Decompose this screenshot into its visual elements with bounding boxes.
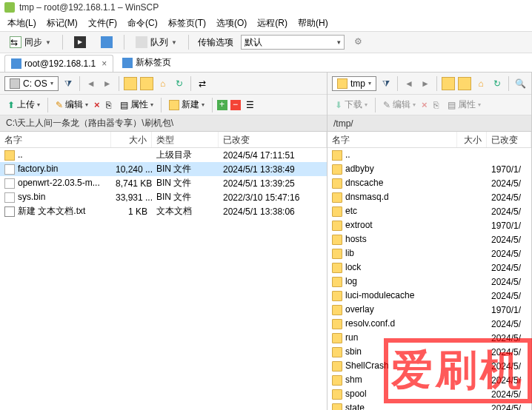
invert-icon[interactable]: ☰	[244, 98, 257, 112]
home-icon[interactable]: ⌂	[474, 77, 488, 90]
delete-button[interactable]: ×	[422, 99, 428, 110]
table-row[interactable]: 新建 文本文档.txt1 KB文本文档2024/5/1 13:38:06	[0, 204, 327, 218]
table-row[interactable]: log2024/5/	[327, 275, 531, 289]
table-row[interactable]: extroot1970/1/	[327, 218, 531, 232]
table-row[interactable]: overlay1970/1/	[327, 303, 531, 317]
table-row[interactable]: run2024/5/	[327, 331, 531, 345]
properties-button[interactable]: ▤ 属性 ▾	[445, 97, 484, 112]
menu-options[interactable]: 选项(O)	[212, 16, 251, 31]
properties-button[interactable]: ▤ 属性 ▾	[117, 97, 156, 112]
remote-path[interactable]: /tmp/	[327, 115, 531, 132]
local-path[interactable]: C:\天上人间一条龙（路由器专享）\刷机包\	[0, 115, 327, 132]
table-row[interactable]: adbyby1970/1/	[327, 162, 531, 176]
remote-actionbar: ⬇ 下载 ▾ ✎ 编辑 ▾ × ⎘ ▤ 属性 ▾	[327, 95, 531, 115]
filter-icon[interactable]: ⧩	[61, 77, 75, 90]
deselect-all-icon[interactable]: −	[230, 100, 241, 110]
root-folder-icon[interactable]	[458, 77, 471, 90]
menu-file[interactable]: 文件(F)	[84, 16, 122, 31]
table-row[interactable]: ShellCrash2024/5/	[327, 359, 531, 373]
chevron-down-icon: ▾	[365, 101, 368, 108]
settings-button[interactable]: ⚙	[349, 34, 371, 50]
remote-drivebar: tmp ▾ ⧩ ◄ ► ⌂ ↻ 🔍	[327, 73, 531, 95]
col-type[interactable]: 类型	[152, 132, 219, 147]
compare-button[interactable]	[96, 34, 118, 50]
tab-session[interactable]: root@192.168.1.1 ×	[4, 55, 113, 72]
col-size[interactable]: 大小	[457, 132, 487, 147]
console-button[interactable]: ▸	[69, 34, 91, 50]
table-row[interactable]: lib2024/5/	[327, 246, 531, 261]
remote-dir-label: tmp	[350, 78, 365, 89]
transfer-preset-combo[interactable]: 默认 ▾	[241, 35, 345, 50]
parent-folder-icon[interactable]	[124, 77, 137, 90]
table-row[interactable]: spool2024/5/	[327, 387, 531, 401]
menu-command[interactable]: 命令(C)	[123, 16, 162, 31]
tab-new[interactable]: 新标签页	[116, 53, 177, 72]
folder-icon	[332, 277, 342, 287]
edit-button[interactable]: ✎ 编辑 ▾	[53, 97, 91, 112]
parent-folder-icon[interactable]	[442, 77, 455, 90]
menu-local[interactable]: 本地(L)	[3, 16, 41, 31]
col-changed[interactable]: 已改变	[219, 132, 327, 147]
table-row[interactable]: etc2024/5/	[327, 204, 531, 218]
table-row[interactable]: luci-modulecache2024/5/	[327, 289, 531, 303]
menu-mark[interactable]: 标记(M)	[42, 16, 82, 31]
col-changed[interactable]: 已改变	[487, 132, 531, 147]
col-size[interactable]: 大小	[111, 132, 152, 147]
table-row[interactable]: lock2024/5/	[327, 261, 531, 275]
table-row[interactable]: ..	[327, 148, 531, 162]
table-row[interactable]: ..上级目录2024/5/4 17:11:51	[0, 148, 327, 162]
table-row[interactable]: sbin2024/5/	[327, 345, 531, 359]
refresh-icon[interactable]: ↻	[173, 77, 186, 90]
queue-button[interactable]: 队列 ▼	[130, 34, 182, 51]
refresh-icon[interactable]: ↻	[491, 77, 504, 90]
table-row[interactable]: dnsmasq.d2024/5/	[327, 190, 531, 204]
separator	[79, 76, 80, 91]
new-button[interactable]: 新建 ▾	[166, 97, 207, 112]
local-drive-combo[interactable]: C: OS ▾	[4, 76, 59, 91]
table-row[interactable]: dnscache2024/5/	[327, 176, 531, 190]
local-drive-label: C: OS	[23, 78, 47, 89]
file-icon	[4, 164, 15, 175]
select-all-icon[interactable]: +	[217, 100, 227, 110]
table-row[interactable]: shm2024/5/	[327, 373, 531, 387]
chevron-down-icon: ▼	[45, 39, 51, 46]
table-row[interactable]: resolv.conf.d2024/5/	[327, 317, 531, 331]
remote-dir-combo[interactable]: tmp ▾	[332, 76, 376, 91]
table-row[interactable]: hosts2024/5/	[327, 232, 531, 246]
misc-button[interactable]: ⎘	[430, 98, 442, 112]
col-name[interactable]: 名字	[327, 132, 457, 147]
misc-button[interactable]: ⎘	[103, 98, 114, 112]
local-drivebar: C: OS ▾ ⧩ ◄ ► ⌂ ↻ ⇄	[0, 73, 327, 95]
drive-icon	[10, 78, 20, 89]
upload-button[interactable]: ⬆ 上传 ▾	[4, 97, 43, 112]
separator	[190, 76, 191, 91]
find-icon[interactable]: 🔍	[513, 77, 527, 90]
menu-help[interactable]: 帮助(H)	[293, 16, 333, 31]
home-icon[interactable]: ⌂	[156, 77, 170, 90]
file-icon	[4, 192, 15, 203]
root-folder-icon[interactable]	[140, 77, 153, 90]
forward-icon[interactable]: ►	[101, 77, 114, 90]
local-filelist[interactable]: ..上级目录2024/5/4 17:11:51factory.bin10,240…	[0, 148, 327, 410]
remote-filelist[interactable]: ..adbyby1970/1/dnscache2024/5/dnsmasq.d2…	[327, 148, 531, 410]
sync-browse-icon[interactable]: ⇄	[196, 77, 209, 90]
delete-button[interactable]: ×	[94, 99, 100, 110]
close-icon[interactable]: ×	[102, 58, 107, 69]
table-row[interactable]: state2024/5/	[327, 401, 531, 410]
forward-icon[interactable]: ►	[419, 77, 432, 90]
new-tab-icon	[122, 58, 133, 68]
back-icon[interactable]: ◄	[402, 77, 416, 90]
menu-remote[interactable]: 远程(R)	[253, 16, 292, 31]
back-icon[interactable]: ◄	[84, 77, 98, 90]
edit-label: 编辑	[65, 98, 83, 111]
table-row[interactable]: factory.bin10,240 ...BIN 文件2024/5/1 13:3…	[0, 162, 327, 176]
sync-button[interactable]: ⇆ 同步 ▼	[4, 34, 56, 51]
table-row[interactable]: openwrt-22.03.5-m...8,741 KBBIN 文件2024/5…	[0, 176, 327, 190]
filter-icon[interactable]: ⧩	[379, 77, 393, 90]
col-name[interactable]: 名字	[0, 132, 111, 147]
menu-tabs[interactable]: 标签页(T)	[164, 16, 210, 31]
download-button[interactable]: ⬇ 下载 ▾	[332, 97, 370, 112]
folder-icon	[332, 403, 342, 410]
edit-button[interactable]: ✎ 编辑 ▾	[380, 97, 419, 112]
table-row[interactable]: sys.bin33,931 ...BIN 文件2022/3/10 15:47:1…	[0, 190, 327, 204]
